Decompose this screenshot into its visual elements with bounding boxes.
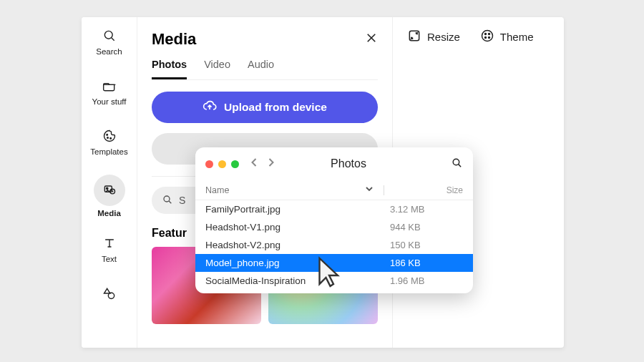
- resize-button[interactable]: Resize: [407, 29, 460, 45]
- svg-point-8: [108, 293, 114, 298]
- window-close-icon[interactable]: [205, 160, 213, 168]
- svg-point-6: [106, 187, 107, 189]
- file-name: Headshot-V2.png: [205, 240, 390, 250]
- theme-label: Theme: [500, 31, 534, 43]
- file-name: Model_phone.jpg: [205, 258, 390, 268]
- svg-point-0: [104, 31, 112, 39]
- theme-button[interactable]: Theme: [480, 29, 534, 45]
- svg-point-15: [484, 34, 486, 35]
- theme-icon: [480, 29, 494, 45]
- chevron-down-icon[interactable]: [365, 185, 374, 195]
- column-name-header[interactable]: Name: [205, 185, 229, 195]
- templates-icon: [102, 129, 117, 145]
- text-icon: [102, 236, 117, 252]
- resize-icon: [407, 29, 421, 45]
- file-name: Headshot-V1.png: [205, 222, 390, 233]
- tab-audio[interactable]: Audio: [248, 59, 274, 79]
- svg-point-19: [453, 159, 459, 165]
- sidebar-item-yourstuff[interactable]: Your stuff: [88, 74, 131, 110]
- left-sidebar: Search Your stuff Templates Media: [82, 17, 137, 348]
- search-icon[interactable]: [451, 157, 463, 172]
- folder-icon: [102, 79, 117, 94]
- upload-button-label: Upload from device: [224, 101, 327, 114]
- file-list: FamilyPortrait.jpg 3.12 MB Headshot-V1.p…: [195, 200, 473, 293]
- svg-point-17: [484, 37, 486, 39]
- panel-title: Media: [152, 30, 196, 49]
- cloud-upload-icon: [203, 99, 217, 116]
- svg-point-16: [488, 34, 489, 35]
- file-dialog-columns: Name Size: [195, 180, 473, 200]
- file-row[interactable]: Headshot-V2.png 150 KB: [195, 236, 473, 254]
- shapes-icon: [102, 286, 117, 302]
- file-dialog-header: Photos: [195, 147, 473, 180]
- svg-line-20: [459, 164, 462, 167]
- sidebar-item-label: Your stuff: [92, 97, 127, 106]
- sidebar-item-label: Media: [97, 209, 121, 217]
- sidebar-item-label: Search: [96, 47, 122, 56]
- sidebar-item-label: Templates: [90, 147, 127, 156]
- file-name: SocialMedia-Inspiration: [205, 275, 390, 286]
- sidebar-item-templates[interactable]: Templates: [88, 124, 131, 160]
- search-placeholder-text: S: [179, 195, 185, 206]
- file-size: 944 KB: [390, 222, 421, 233]
- file-row[interactable]: SocialMedia-Inspiration 1.96 MB: [195, 272, 473, 293]
- svg-point-11: [164, 196, 170, 202]
- file-size: 150 KB: [390, 240, 421, 250]
- search-icon: [162, 194, 173, 207]
- file-name: FamilyPortrait.jpg: [205, 204, 390, 215]
- file-size: 1.96 MB: [390, 275, 424, 286]
- column-size-header[interactable]: Size: [447, 185, 463, 195]
- svg-point-14: [482, 31, 492, 41]
- file-row[interactable]: FamilyPortrait.jpg 3.12 MB: [195, 200, 473, 218]
- file-dialog-title: Photos: [253, 157, 444, 170]
- sidebar-item-media[interactable]: Media: [94, 175, 125, 217]
- file-size: 186 KB: [390, 258, 421, 268]
- svg-point-4: [109, 138, 111, 140]
- file-size: 3.12 MB: [390, 204, 424, 215]
- sidebar-item-text[interactable]: Text: [88, 232, 131, 268]
- tab-photos[interactable]: Photos: [152, 59, 187, 79]
- media-tabs: Photos Video Audio: [152, 59, 378, 80]
- file-dialog: Photos Name Size FamilyPortrait.jpg 3.12…: [195, 147, 473, 293]
- close-icon[interactable]: [365, 31, 378, 47]
- window-controls: [205, 160, 239, 168]
- svg-point-3: [107, 137, 108, 139]
- svg-line-1: [111, 38, 114, 41]
- svg-point-18: [488, 37, 489, 39]
- media-icon: [102, 182, 117, 198]
- window-zoom-icon[interactable]: [231, 160, 239, 168]
- sidebar-item-shapes[interactable]: [88, 282, 131, 306]
- upload-button[interactable]: Upload from device: [152, 92, 378, 123]
- file-row[interactable]: Model_phone.jpg 186 KB: [195, 254, 473, 272]
- sidebar-item-label: Text: [102, 255, 117, 263]
- window-minimize-icon[interactable]: [218, 160, 226, 168]
- tab-video[interactable]: Video: [204, 59, 230, 79]
- sidebar-item-search[interactable]: Search: [88, 24, 131, 60]
- file-row[interactable]: Headshot-V1.png 944 KB: [195, 218, 473, 236]
- svg-line-12: [169, 201, 171, 203]
- resize-label: Resize: [427, 31, 460, 43]
- search-icon: [102, 29, 117, 44]
- svg-point-2: [106, 134, 107, 136]
